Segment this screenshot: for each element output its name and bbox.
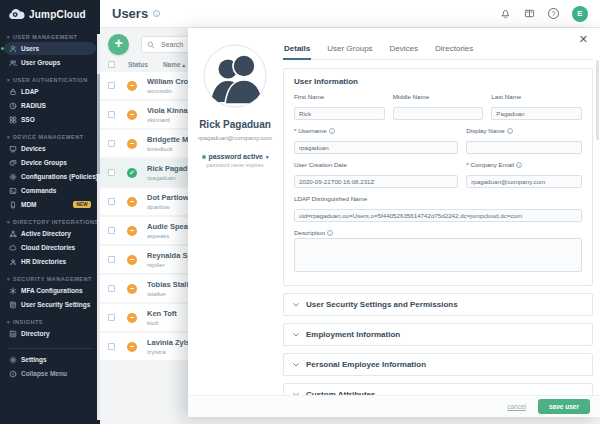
- select-all-checkbox[interactable]: [108, 61, 115, 68]
- sidebar-item-users[interactable]: Users: [4, 42, 96, 55]
- description-field[interactable]: [294, 238, 582, 272]
- sidebar-item-directory[interactable]: Directory: [4, 327, 96, 340]
- cancel-button[interactable]: cancel: [507, 403, 526, 410]
- row-user-name: Ken Toft: [147, 309, 177, 318]
- help-icon[interactable]: [548, 8, 559, 19]
- row-checkbox[interactable]: [108, 314, 115, 321]
- username-field[interactable]: [294, 141, 458, 154]
- accordion-list: User Security Settings and PermissionsEm…: [283, 293, 593, 406]
- first-name-label: First Name: [294, 93, 385, 100]
- company-email-field[interactable]: [466, 175, 582, 188]
- jumpcloud-logo[interactable]: JumpCloud: [0, 0, 100, 26]
- sidebar-item-label: SSO: [21, 116, 35, 123]
- accordion-personal-employee-information[interactable]: Personal Employee Information: [283, 353, 593, 376]
- accordion-user-security-settings-and-permissions[interactable]: User Security Settings and Permissions: [283, 293, 593, 316]
- logo-text: JumpCloud: [29, 9, 86, 20]
- bell-icon[interactable]: [500, 8, 511, 19]
- save-user-button[interactable]: save user: [538, 399, 590, 414]
- sidebar-section-label[interactable]: Security Management: [7, 276, 93, 282]
- top-bar: Users i E: [100, 0, 600, 28]
- panel-user-email: rpagaduan@company.com: [188, 134, 282, 141]
- chevron-down-icon: [293, 332, 299, 338]
- tab-directories[interactable]: Directories: [434, 44, 474, 59]
- row-checkbox[interactable]: [108, 140, 115, 147]
- last-name-field[interactable]: [491, 107, 582, 120]
- sidebar-section-label[interactable]: Directory Integrations: [7, 219, 93, 225]
- sidebar-item-user-groups[interactable]: User Groups: [4, 56, 96, 69]
- sidebar-item-mdm[interactable]: MDMNEW: [4, 198, 96, 211]
- sidebar-item-cloud-directories[interactable]: Cloud Directories: [4, 241, 96, 254]
- ldap-dn-label: LDAP Distinguished Name: [294, 195, 582, 202]
- add-user-button[interactable]: [108, 34, 129, 55]
- search-icon: [147, 41, 155, 49]
- user-group-icon: [9, 59, 17, 67]
- row-checkbox[interactable]: [108, 343, 115, 350]
- sidebar-item-mfa-configurations[interactable]: MFA Configurations: [4, 284, 96, 297]
- panel-scrollbar[interactable]: [596, 60, 599, 140]
- row-checkbox[interactable]: [108, 256, 115, 263]
- sidebar-item-commands[interactable]: Commands: [4, 184, 96, 197]
- sidebar-item-radius[interactable]: RADIUS: [4, 99, 96, 112]
- sidebar-item-label: Configurations (Policies): [21, 173, 98, 180]
- sidebar-item-settings[interactable]: Settings: [4, 353, 96, 366]
- user-security-icon: [9, 301, 17, 309]
- sidebar-item-ldap[interactable]: LDAP: [4, 85, 96, 98]
- device-groups-icon: [9, 159, 17, 167]
- tab-devices[interactable]: Devices: [389, 44, 419, 59]
- accordion-employment-information[interactable]: Employment Information: [283, 323, 593, 346]
- sort-asc-icon: [183, 61, 186, 68]
- mdm-icon: [9, 201, 17, 209]
- password-status-dropdown[interactable]: password active: [188, 153, 282, 160]
- status-warning-icon: [127, 110, 137, 120]
- middle-name-field[interactable]: [393, 107, 484, 120]
- sidebar-item-configurations-policies[interactable]: Configurations (Policies): [4, 170, 96, 183]
- sidebar-item-hr-directories[interactable]: HR Directories: [4, 255, 96, 268]
- row-user-login: dpartlow: [147, 204, 189, 210]
- status-warning-icon: [127, 139, 137, 149]
- sidebar-scrollbar-thumb[interactable]: [97, 74, 100, 174]
- first-name-field[interactable]: [294, 107, 385, 120]
- sidebar-item-device-groups[interactable]: Device Groups: [4, 156, 96, 169]
- status-warning-icon: [127, 342, 137, 352]
- sidebar-section-label[interactable]: Device Management: [7, 134, 93, 140]
- row-checkbox[interactable]: [108, 285, 115, 292]
- mfa-icon: [9, 287, 17, 295]
- accordion-label: Employment Information: [306, 330, 400, 339]
- sidebar-section-label[interactable]: User Management: [7, 34, 93, 40]
- account-avatar[interactable]: E: [572, 6, 588, 22]
- sidebar-item-user-security-settings[interactable]: User Security Settings: [4, 298, 96, 311]
- display-name-field[interactable]: [466, 141, 582, 154]
- status-warning-icon: [127, 284, 137, 294]
- tab-user-groups[interactable]: User Groups: [326, 44, 373, 59]
- row-checkbox[interactable]: [108, 198, 115, 205]
- row-checkbox[interactable]: [108, 169, 115, 176]
- sidebar-section-label[interactable]: User Authentication: [7, 77, 93, 83]
- row-checkbox[interactable]: [108, 82, 115, 89]
- sidebar-item-collapse-menu[interactable]: Collapse Menu: [4, 367, 96, 380]
- sidebar-item-label: HR Directories: [21, 258, 66, 265]
- devices-icon: [9, 145, 17, 153]
- cloud-logo-icon: [8, 8, 25, 20]
- sidebar-section-label[interactable]: Insights: [7, 319, 93, 325]
- sidebar-item-label: Directory: [21, 330, 50, 337]
- user-information-card: User Information First Name Middle Name …: [283, 68, 593, 286]
- sidebar-scrollbar[interactable]: [97, 34, 100, 420]
- row-checkbox[interactable]: [108, 227, 115, 234]
- title-info-icon[interactable]: i: [153, 10, 160, 17]
- middle-name-label: Middle Name: [393, 93, 484, 100]
- tab-details[interactable]: Details: [283, 44, 311, 60]
- sidebar-item-devices[interactable]: Devices: [4, 142, 96, 155]
- column-name[interactable]: Name: [163, 61, 185, 68]
- row-checkbox[interactable]: [108, 111, 115, 118]
- panel-user-name: Rick Pagaduan: [188, 119, 282, 130]
- creation-date-field: [294, 175, 458, 188]
- sidebar-item-label: Commands: [21, 187, 56, 194]
- sidebar-item-label: RADIUS: [21, 102, 46, 109]
- sidebar-item-label: Active Directory: [21, 230, 71, 237]
- row-user-name: Dot Partlow: [147, 193, 189, 202]
- resources-icon[interactable]: [524, 8, 535, 19]
- sidebar-item-active-directory[interactable]: Active Directory: [4, 227, 96, 240]
- panel-footer: cancel save user: [188, 395, 600, 417]
- sidebar-item-sso[interactable]: SSO: [4, 113, 96, 126]
- status-warning-icon: [127, 81, 137, 91]
